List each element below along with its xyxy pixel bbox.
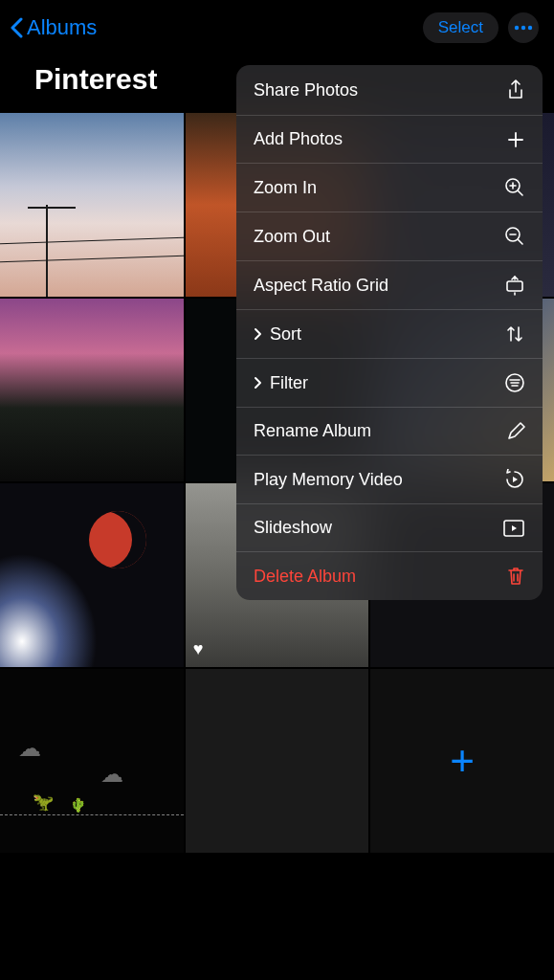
menu-item-aspect-ratio[interactable]: Aspect Ratio Grid	[236, 261, 543, 310]
menu-item-label: Zoom Out	[254, 227, 330, 247]
chevron-right-icon	[254, 376, 262, 390]
menu-item-label: Slideshow	[254, 518, 332, 538]
menu-item-play-memory[interactable]: Play Memory Video	[236, 456, 543, 504]
back-label: Albums	[27, 15, 97, 40]
svg-point-2	[528, 26, 532, 30]
more-button[interactable]	[508, 12, 539, 43]
zoom-out-icon	[504, 226, 525, 247]
zoom-in-icon	[504, 177, 525, 198]
menu-item-rename[interactable]: Rename Album	[236, 408, 543, 456]
chevron-right-icon	[254, 327, 262, 341]
sort-arrows-icon	[504, 323, 525, 345]
filter-icon	[504, 372, 525, 393]
chevron-left-icon	[10, 17, 23, 38]
photo-thumbnail[interactable]	[186, 669, 369, 853]
photo-thumbnail[interactable]	[0, 483, 184, 667]
menu-item-filter[interactable]: Filter	[236, 359, 543, 408]
menu-item-label: Filter	[270, 373, 308, 393]
menu-item-sort[interactable]: Sort	[236, 310, 543, 359]
more-icon	[514, 25, 533, 31]
photo-thumbnail[interactable]	[0, 299, 184, 482]
menu-item-label: Delete Album	[254, 567, 356, 587]
back-button[interactable]: Albums	[10, 15, 97, 40]
aspect-ratio-icon	[504, 275, 525, 296]
menu-item-label: Sort	[270, 324, 301, 345]
menu-item-label: Share Photos	[254, 80, 358, 100]
share-icon	[506, 78, 525, 101]
plus-icon: +	[450, 737, 475, 785]
menu-item-slideshow[interactable]: Slideshow	[236, 504, 543, 552]
memory-play-icon	[504, 469, 525, 490]
menu-item-label: Play Memory Video	[254, 470, 403, 490]
menu-item-share-photos[interactable]: Share Photos	[236, 65, 543, 116]
menu-item-zoom-in[interactable]: Zoom In	[236, 164, 543, 212]
svg-rect-5	[507, 281, 522, 291]
header-actions: Select	[423, 12, 539, 43]
photo-thumbnail[interactable]	[0, 113, 184, 297]
trash-icon	[506, 566, 525, 587]
plus-icon	[506, 130, 525, 149]
nav-header: Albums Select	[0, 0, 554, 54]
svg-point-0	[515, 26, 519, 30]
menu-item-zoom-out[interactable]: Zoom Out	[236, 212, 543, 261]
context-menu: Share Photos Add Photos Zoom In Zoom Out…	[236, 65, 543, 600]
svg-point-1	[521, 26, 525, 30]
menu-item-label: Rename Album	[254, 421, 371, 441]
add-photo-tile[interactable]: +	[370, 669, 554, 853]
photo-thumbnail[interactable]: ☁ ☁ 🦖🌵	[0, 669, 184, 853]
select-button[interactable]: Select	[423, 12, 499, 43]
menu-item-label: Aspect Ratio Grid	[254, 276, 388, 296]
pencil-icon	[506, 422, 525, 441]
menu-item-label: Add Photos	[254, 129, 343, 149]
menu-item-add-photos[interactable]: Add Photos	[236, 116, 543, 164]
menu-item-delete[interactable]: Delete Album	[236, 552, 543, 600]
play-rect-icon	[502, 519, 525, 538]
favorite-icon: ♥	[193, 639, 204, 659]
menu-item-label: Zoom In	[254, 178, 317, 198]
